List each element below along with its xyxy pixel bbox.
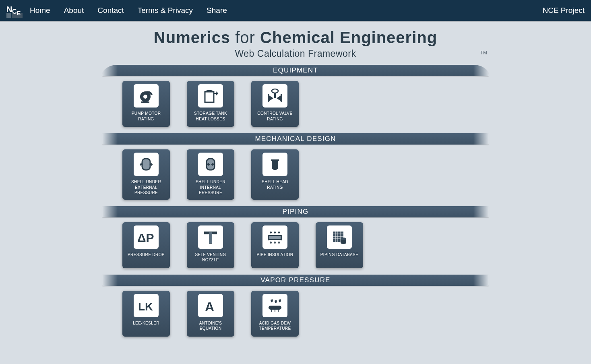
card-pressure-drop[interactable]: ΔP PRESSURE DROP — [122, 222, 170, 268]
section-piping: PIPING — [102, 206, 489, 217]
card-label: PUMP MOTOR RATING — [125, 111, 167, 122]
nav-links: Home About Contact Terms & Privacy Share — [30, 6, 227, 15]
topbar: N C E Home About Contact Terms & Privacy… — [0, 0, 591, 21]
svg-text:LK: LK — [138, 300, 153, 313]
card-label: PIPE INSULATION — [257, 252, 293, 258]
logo[interactable]: N C E — [6, 3, 23, 18]
tank-icon — [198, 84, 223, 108]
nav-share[interactable]: Share — [207, 6, 227, 15]
card-label: SHELL HEAD RATING — [254, 179, 296, 190]
svg-text:E: E — [17, 10, 21, 17]
svg-point-33 — [341, 242, 346, 244]
card-control-valve[interactable]: CONTROL VALVE RATING — [251, 81, 299, 127]
card-shell-head[interactable]: SHELL HEAD RATING — [251, 149, 299, 200]
insulation-icon — [262, 225, 287, 249]
svg-text:N: N — [6, 5, 12, 14]
card-shell-external[interactable]: SHELL UNDER EXTERNAL PRESSURE — [122, 149, 170, 200]
page-title: Numerics for Chemical Engineering — [0, 29, 591, 47]
antoine-icon: A — [198, 294, 223, 317]
svg-rect-16 — [271, 159, 279, 161]
card-label: CONTROL VALVE RATING — [254, 111, 296, 122]
content: EQUIPMENT PUMP MOTOR RATING STORAGE TANK… — [102, 65, 489, 337]
card-label: LEE-KESLER — [133, 321, 159, 326]
database-icon — [327, 225, 352, 249]
card-pipe-insulation[interactable]: PIPE INSULATION — [251, 222, 299, 268]
svg-rect-22 — [268, 235, 269, 240]
title-area: Numerics for Chemical Engineering Web Ca… — [0, 29, 591, 59]
svg-rect-8 — [205, 92, 214, 102]
nav-about[interactable]: About — [64, 6, 84, 15]
card-piping-database[interactable]: PIPING DATABASE — [316, 222, 363, 268]
nav-terms[interactable]: Terms & Privacy — [138, 6, 193, 15]
nav-contact[interactable]: Contact — [97, 6, 124, 15]
svg-rect-37 — [269, 306, 281, 310]
svg-rect-23 — [281, 235, 282, 240]
svg-rect-15 — [272, 159, 278, 170]
svg-point-6 — [143, 95, 147, 99]
svg-text:C: C — [12, 8, 17, 15]
svg-rect-7 — [141, 101, 149, 103]
section-equipment: EQUIPMENT — [102, 65, 489, 76]
card-label: PIPING DATABASE — [320, 252, 359, 258]
nav-project[interactable]: NCE Project — [542, 6, 585, 15]
dew-icon — [262, 294, 287, 317]
section-vapor: VAPOR PRESSURE — [102, 275, 489, 286]
svg-rect-13 — [142, 159, 150, 170]
pump-icon — [134, 84, 159, 108]
svg-text:A: A — [205, 300, 214, 314]
svg-point-10 — [272, 89, 278, 93]
svg-rect-21 — [269, 236, 281, 240]
card-self-venting-nozzle[interactable]: SELF VENTING NOZZLE — [187, 222, 234, 268]
card-acid-gas-dew[interactable]: ACID GAS DEW TEMPERATURE — [251, 291, 299, 337]
svg-rect-12 — [281, 94, 282, 102]
card-row: LK LEE-KESLER A ANTOINE'S EQUATION ACID … — [102, 291, 489, 337]
card-row: PUMP MOTOR RATING STORAGE TANK HEAT LOSS… — [102, 81, 489, 127]
dp-icon: ΔP — [134, 225, 159, 249]
card-storage-tank[interactable]: STORAGE TANK HEAT LOSSES — [187, 81, 234, 127]
shell-int-icon — [198, 153, 223, 176]
card-label: PRESSURE DROP — [128, 252, 165, 258]
page-subtitle: Web Calculation Framework — [0, 48, 591, 59]
shell-ext-icon — [134, 153, 159, 176]
trademark: TM — [480, 50, 487, 56]
card-row: ΔP PRESSURE DROP SELF VENTING NOZZLE PIP… — [102, 222, 489, 268]
card-label: STORAGE TANK HEAT LOSSES — [189, 111, 232, 122]
card-label: SHELL UNDER EXTERNAL PRESSURE — [125, 179, 167, 196]
card-label: ACID GAS DEW TEMPERATURE — [254, 321, 296, 331]
section-mechanical: MECHANICAL DESIGN — [102, 133, 489, 145]
card-label: SELF VENTING NOZZLE — [189, 252, 232, 263]
card-label: ANTOINE'S EQUATION — [189, 321, 232, 331]
card-label: SHELL UNDER INTERNAL PRESSURE — [189, 179, 232, 196]
svg-point-34 — [341, 238, 346, 240]
svg-text:ΔP: ΔP — [137, 231, 154, 244]
card-lee-kesler[interactable]: LK LEE-KESLER — [122, 291, 170, 337]
nav-home[interactable]: Home — [30, 6, 50, 15]
svg-rect-20 — [209, 232, 212, 243]
card-antoine[interactable]: A ANTOINE'S EQUATION — [187, 291, 234, 337]
svg-rect-11 — [268, 94, 269, 102]
nozzle-icon — [198, 225, 223, 249]
lk-icon: LK — [134, 294, 159, 317]
card-pump-motor-rating[interactable]: PUMP MOTOR RATING — [122, 81, 170, 127]
card-row: SHELL UNDER EXTERNAL PRESSURE SHELL UNDE… — [102, 149, 489, 200]
valve-icon — [262, 84, 287, 108]
shell-head-icon — [262, 153, 287, 176]
card-shell-internal[interactable]: SHELL UNDER INTERNAL PRESSURE — [187, 149, 234, 200]
